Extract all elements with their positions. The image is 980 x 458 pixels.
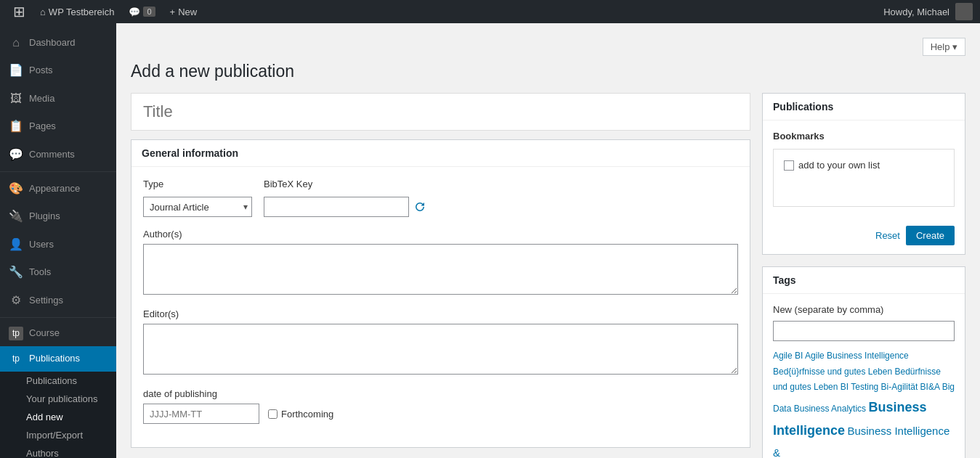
bookmarks-header: Bookmarks [773, 131, 955, 142]
comments-icon: 💬 [129, 7, 140, 17]
course-icon: tp [9, 327, 23, 340]
posts-icon: 📄 [9, 62, 23, 78]
howdy-text: Howdy, Michael [883, 7, 949, 17]
sidebar-item-appearance[interactable]: 🎨 Appearance [0, 175, 116, 203]
plus-icon: + [170, 7, 176, 17]
tag-business-analytics[interactable]: Business Analytics [794, 404, 866, 414]
general-info-box: General information Type Journal Article [131, 139, 750, 448]
type-select-wrapper: Journal Article Book Book Chapter Confer… [143, 197, 252, 217]
forthcoming-checkbox[interactable] [268, 409, 278, 419]
tags-input[interactable] [773, 321, 955, 341]
sidebar-label-appearance: Appearance [29, 182, 80, 195]
sidebar-item-settings[interactable]: ⚙ Settings [0, 287, 116, 314]
publications-box-header: Publications [763, 94, 965, 120]
authors-label: Author(s) [143, 229, 738, 240]
sidebar-label-tools: Tools [29, 266, 51, 279]
date-label: date of publishing [143, 388, 738, 399]
editors-section: Editor(s) [143, 308, 738, 377]
sidebar-sub-your-publications[interactable]: Your publications [0, 390, 116, 408]
media-icon: 🖼 [9, 91, 23, 107]
appearance-icon: 🎨 [9, 181, 23, 197]
sidebar-item-course[interactable]: tp Course [0, 321, 116, 346]
page-title: Add a new publication [131, 62, 965, 81]
action-buttons-row: Reset Create [763, 217, 965, 254]
sidebar-sub-authors[interactable]: Authors [0, 444, 116, 459]
your-publications-label: Your publications [26, 393, 98, 404]
sidebar-label-media: Media [29, 92, 54, 105]
editors-textarea[interactable] [143, 324, 738, 375]
dashboard-icon: ⌂ [9, 35, 23, 51]
reset-button[interactable]: Reset [875, 230, 900, 241]
main-content: Help ▾ Add a new publication General inf… [116, 23, 980, 458]
forthcoming-label[interactable]: Forthcoming [268, 409, 333, 420]
title-input[interactable] [131, 93, 750, 131]
tag-bia[interactable]: BI&A [920, 382, 940, 392]
tags-cloud: Agile BI Agile Business Intelligence Bed… [773, 348, 955, 458]
bookmark-label: add to your own list [798, 160, 880, 171]
help-button[interactable]: Help ▾ [923, 38, 965, 56]
sidebar-sub-publications-list[interactable]: Publications [0, 372, 116, 390]
new-label: New [178, 7, 197, 17]
pages-icon: 📋 [9, 118, 23, 134]
add-new-label: Add new [26, 412, 63, 422]
sidebar-item-posts[interactable]: 📄 Posts [0, 57, 116, 84]
help-label: Help ▾ [931, 41, 957, 52]
publications-list-label: Publications [26, 375, 77, 386]
type-label: Type [143, 179, 252, 189]
site-name-button[interactable]: ⌂ WP Testbereich [34, 0, 120, 23]
forthcoming-text: Forthcoming [281, 409, 333, 420]
bibtex-label: BibTeX Key [264, 179, 426, 189]
comments-nav-icon: 💬 [9, 147, 23, 163]
sidebar-item-dashboard[interactable]: ⌂ Dashboard [0, 29, 116, 57]
home-icon: ⌂ [40, 7, 46, 17]
wp-logo-button[interactable]: ⊞ [7, 0, 31, 23]
sidebar-item-media[interactable]: 🖼 Media [0, 85, 116, 113]
comments-count: 0 [143, 7, 155, 17]
refresh-icon [413, 200, 426, 213]
publications-box: Publications Bookmarks add to your own l… [762, 93, 965, 255]
sidebar-label-course: Course [29, 327, 60, 340]
sidebar-separator-1 [0, 171, 116, 172]
sidebar-item-tools[interactable]: 🔧 Tools [0, 258, 116, 286]
date-section: date of publishing Forthcoming [143, 388, 738, 424]
tags-box: Tags New (separate by comma) Agile BI Ag… [762, 266, 965, 458]
tag-agile-bi-full[interactable]: Agile Business Intelligence [805, 351, 909, 361]
bookmark-row: add to your own list [784, 160, 944, 171]
general-info-header: General information [131, 140, 750, 167]
tag-bi-agility[interactable]: Bi-Agilität [881, 382, 918, 392]
bookmark-checkbox[interactable] [784, 160, 794, 171]
editors-label: Editor(s) [143, 308, 738, 319]
create-button[interactable]: Create [906, 226, 955, 245]
sidebar-label-posts: Posts [29, 64, 53, 77]
sidebar-label-pages: Pages [29, 120, 56, 133]
sidebar-item-users[interactable]: 👤 Users [0, 231, 116, 258]
bibtex-refresh-button[interactable] [413, 200, 426, 213]
new-content-button[interactable]: + New [164, 0, 203, 23]
settings-icon: ⚙ [9, 293, 23, 308]
sidebar-item-publications[interactable]: tp Publications [0, 346, 116, 372]
sidebar-sub-import-export[interactable]: Import/Export [0, 426, 116, 444]
tag-agile-bi[interactable]: Agile BI [773, 351, 803, 361]
bibtex-input[interactable] [264, 197, 409, 217]
tag-beduerfnisse[interactable]: Bed{ü}rfnisse und gutes Leben [773, 367, 892, 377]
publications-icon: tp [9, 352, 23, 366]
authors-label: Authors [26, 448, 59, 459]
date-input[interactable] [143, 404, 259, 424]
site-name: WP Testbereich [49, 7, 115, 17]
comments-button[interactable]: 💬 0 [123, 0, 161, 23]
authors-section: Author(s) [143, 229, 738, 297]
sidebar-label-comments: Comments [29, 148, 75, 161]
sidebar-label-publications: Publications [29, 352, 80, 365]
sidebar-item-comments[interactable]: 💬 Comments [0, 141, 116, 168]
publications-parent: tp Publications Publications Your public… [0, 346, 116, 458]
sidebar-item-plugins[interactable]: 🔌 Plugins [0, 203, 116, 230]
wp-logo-icon: ⊞ [13, 3, 25, 20]
sidebar-sub-add-new[interactable]: Add new [0, 408, 116, 426]
type-select[interactable]: Journal Article Book Book Chapter Confer… [143, 197, 252, 217]
users-icon: 👤 [9, 237, 23, 253]
authors-textarea[interactable] [143, 244, 738, 295]
form-area: General information Type Journal Article [131, 93, 750, 458]
sidebar-item-pages[interactable]: 📋 Pages [0, 113, 116, 140]
tags-box-header: Tags [763, 267, 965, 294]
admin-bar: ⊞ ⌂ WP Testbereich 💬 0 + New Howdy, Mich… [0, 0, 980, 23]
